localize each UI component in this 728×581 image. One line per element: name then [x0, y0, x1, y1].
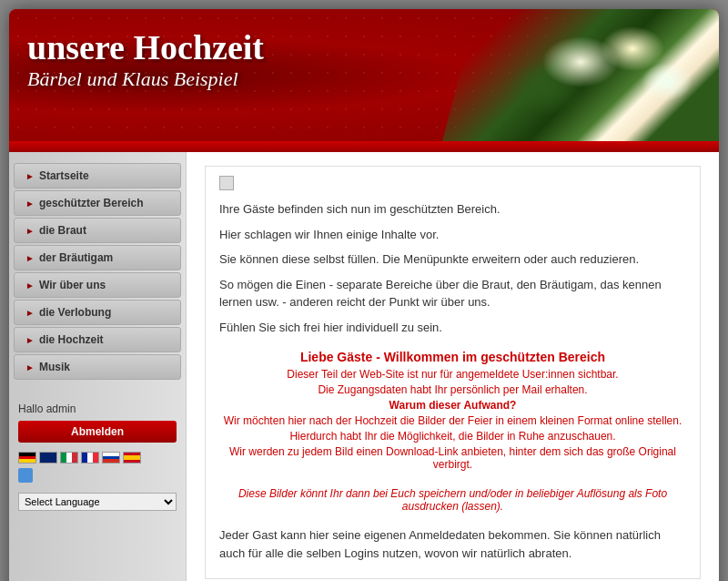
- main-area: ► Startseite ► geschützter Bereich ► die…: [9, 152, 719, 581]
- nav-arrow-icon: ►: [25, 308, 35, 318]
- content-para-3: Sie können diese selbst füllen. Die Menü…: [219, 250, 686, 269]
- language-select-wrapper: Select Language English Deutsch Italiano…: [18, 493, 177, 511]
- sidebar: ► Startseite ► geschützter Bereich ► die…: [9, 152, 187, 581]
- nav-arrow-icon: ►: [25, 280, 35, 290]
- flag-es[interactable]: [123, 452, 141, 464]
- sidebar-item-musik[interactable]: ► Musik: [14, 354, 181, 380]
- nav-arrow-icon: ►: [25, 199, 35, 209]
- red-question: Warum dieser Aufwand?: [219, 399, 686, 412]
- content-inner: Ihre Gäste befinden sich nun im geschütz…: [205, 166, 701, 579]
- hallo-label: Hallo admin: [18, 403, 177, 415]
- flag-de[interactable]: [18, 452, 36, 464]
- nav-arrow-icon: ►: [25, 335, 35, 345]
- translate-icon: [18, 468, 33, 483]
- sidebar-item-die-verlobung[interactable]: ► die Verlobung: [14, 300, 181, 325]
- flag-fr[interactable]: [81, 452, 99, 464]
- flag-ru[interactable]: [102, 452, 120, 464]
- flag-gb[interactable]: [39, 452, 57, 464]
- sidebar-item-startseite[interactable]: ► Startseite: [14, 163, 181, 189]
- content-para-4: So mögen die Einen - separate Bereiche ü…: [219, 276, 686, 311]
- flag-icons-container: [18, 452, 177, 464]
- abmelden-button[interactable]: Abmelden: [18, 421, 177, 443]
- header-text: unsere Hochzeit Bärbel und Klaus Beispie…: [27, 27, 264, 91]
- sidebar-item-wir-ueber-uns[interactable]: ► Wir über uns: [14, 272, 181, 298]
- sidebar-item-geschuetzter-bereich[interactable]: ► geschützter Bereich: [14, 190, 181, 216]
- content-para-1: Ihre Gäste befinden sich nun im geschütz…: [219, 200, 686, 219]
- red-italic: Diese Bilder könnt Ihr dann bei Euch spe…: [219, 487, 686, 513]
- red-section: Liebe Gäste - Willkommen im geschützten …: [219, 350, 686, 513]
- nav-arrow-icon: ►: [25, 253, 35, 263]
- nav-arrow-icon: ►: [25, 226, 35, 236]
- site-subtitle: Bärbel und Klaus Beispiel: [27, 67, 264, 91]
- red-line-3: Wir möchten hier nach der Hochzeit die B…: [219, 414, 686, 427]
- header: unsere Hochzeit Bärbel und Klaus Beispie…: [9, 9, 719, 141]
- red-heading: Liebe Gäste - Willkommen im geschützten …: [219, 350, 686, 364]
- translate-icon-container: [18, 468, 177, 488]
- main-content: Ihre Gäste befinden sich nun im geschütz…: [187, 152, 719, 581]
- sidebar-item-die-braut[interactable]: ► die Braut: [14, 218, 181, 243]
- sidebar-bottom: Hallo admin Abmelden Select Language: [9, 393, 186, 520]
- nav-arrow-icon: ►: [25, 171, 35, 181]
- content-para-6: Jeder Gast kann hier seine eigenen Anmel…: [219, 526, 686, 562]
- site-title: unsere Hochzeit: [27, 27, 264, 67]
- red-line-2: Die Zugangsdaten habt Ihr persönlich per…: [219, 383, 686, 396]
- red-line-4: Hierdurch habt Ihr die Möglichkeit, die …: [219, 430, 686, 443]
- nav-arrow-icon: ►: [25, 362, 35, 372]
- content-para-2: Hier schlagen wir Ihnen einige Inhalte v…: [219, 226, 686, 244]
- sidebar-item-die-hochzeit[interactable]: ► die Hochzeit: [14, 327, 181, 352]
- header-ribbon: [9, 141, 719, 152]
- red-line-5: Wir werden zu jedem Bild einen Download-…: [219, 445, 686, 471]
- sidebar-item-der-braeutigam[interactable]: ► der Bräutigam: [14, 245, 181, 270]
- flag-it[interactable]: [60, 452, 78, 464]
- red-line-1: Dieser Teil der Web-Site ist nur für ang…: [219, 368, 686, 381]
- edit-icon[interactable]: [219, 176, 234, 190]
- language-select[interactable]: Select Language English Deutsch Italiano…: [18, 493, 177, 511]
- content-para-5: Fühlen Sie sich frei hier individuell zu…: [219, 319, 686, 337]
- page-wrapper: unsere Hochzeit Bärbel und Klaus Beispie…: [9, 9, 719, 581]
